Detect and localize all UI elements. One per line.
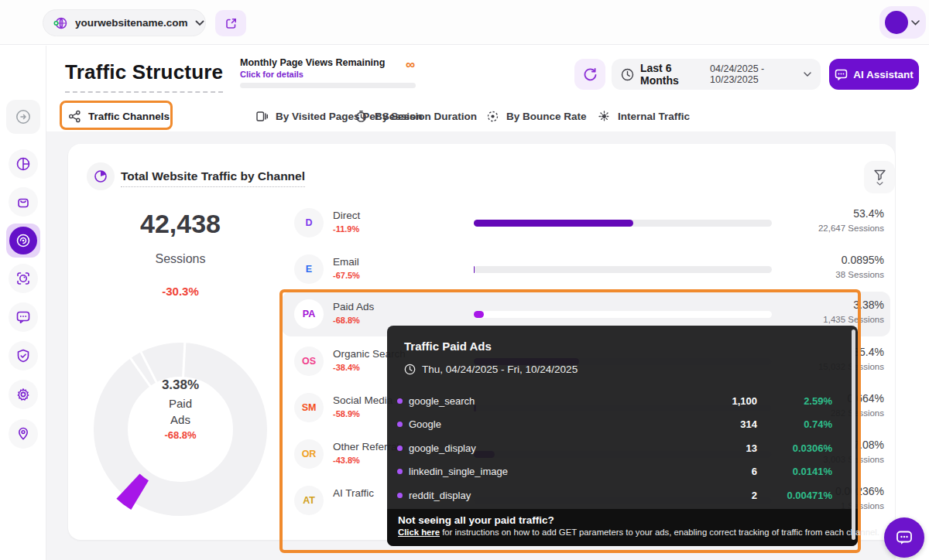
chevron-down-icon	[911, 20, 920, 26]
filter-button[interactable]	[864, 161, 895, 193]
click-here-link[interactable]: Click here	[398, 528, 440, 537]
tooltip-row-google_display: google_display130.0306%	[387, 436, 858, 459]
channel-change: -11.9%	[333, 224, 359, 234]
chevron-down-icon	[804, 72, 811, 77]
avatar	[885, 11, 908, 34]
total-sessions-change: -30.3%	[87, 285, 273, 298]
channel-row-email[interactable]: EEmail-67.5%0.0895%38 Sessions	[282, 247, 890, 292]
channel-change: -43.8%	[333, 456, 360, 465]
clock-icon	[404, 364, 416, 375]
donut-line1: Paid	[118, 395, 242, 412]
source-pct: 0.00471%	[787, 490, 832, 501]
bullet-icon	[397, 398, 403, 404]
location-pin-icon	[15, 426, 31, 442]
dashboard-pie-icon	[15, 156, 31, 172]
channel-badge: OR	[294, 439, 324, 469]
tooltip-row-linkedin_single_image: linkedin_single_image60.0141%	[387, 459, 858, 483]
refresh-button[interactable]	[574, 59, 605, 90]
sidebar-item-security-shield[interactable]	[9, 341, 38, 370]
date-range-selector[interactable]: Last 6 Months 04/24/2025 - 10/23/2025	[612, 59, 821, 90]
quota-label: Monthly Page Views Remaining	[240, 57, 385, 68]
channel-badge: E	[294, 254, 324, 284]
total-sessions-label: Sessions	[87, 252, 273, 266]
tooltip-date-text: Thu, 04/24/2025 - Fri, 10/24/2025	[422, 364, 578, 375]
source-sessions: 6	[752, 466, 757, 477]
tooltip-footer-rest: for instructions on how to add GET param…	[440, 528, 879, 537]
settings-gear-icon	[15, 387, 31, 402]
tab-internal-traffic[interactable]: Internal Traffic	[598, 101, 690, 131]
quota-details-link[interactable]: Click for details	[240, 70, 385, 79]
channel-row-direct[interactable]: DDirect-11.9%53.4%22,647 Sessions	[282, 200, 890, 245]
tooltip-row-google_search: google_search1,1002.59%	[387, 389, 858, 412]
sidebar-item-collapse-arrow[interactable]	[6, 100, 40, 134]
website-name: yourwebsitename.com	[75, 17, 188, 29]
channel-sessions: 22,647 Sessions	[818, 224, 884, 233]
channel-name: AI Traffic	[333, 487, 374, 499]
tab-traffic-channels[interactable]: Traffic Channels	[68, 101, 170, 131]
open-website-button[interactable]	[215, 10, 246, 36]
channel-sessions: 1,435 Sessions	[823, 315, 884, 324]
channel-change: -68.8%	[333, 316, 360, 325]
source-pct: 0.74%	[804, 418, 832, 430]
internal-icon	[598, 110, 611, 123]
quota-progress-bar	[240, 83, 416, 88]
tab-label: Traffic Channels	[88, 111, 170, 122]
sidebar-item-session-scan[interactable]	[9, 264, 38, 293]
channel-pct: 7.08%	[853, 439, 884, 451]
donut-pct: 3.38%	[118, 376, 242, 395]
website-selector[interactable]: yourwebsitename.com	[43, 9, 206, 36]
tab-by-session-duration[interactable]: By Session Duration	[355, 101, 477, 131]
tab-by-bounce-rate[interactable]: By Bounce Rate	[486, 101, 587, 131]
bullet-icon	[397, 422, 403, 427]
support-chat-button[interactable]	[884, 517, 924, 558]
period-label: Last 6 Months	[640, 62, 701, 87]
tooltip-footer-text: Click here for instructions on how to ad…	[398, 528, 847, 537]
source-sessions: 13	[746, 442, 757, 454]
topbar: yourwebsitename.com	[0, 0, 929, 45]
tooltip-row-google: Google3140.74%	[387, 412, 858, 435]
tooltip-scrollbar[interactable]	[852, 330, 855, 540]
ai-assistant-label: AI Assistant	[853, 69, 914, 80]
channel-change: -58.9%	[333, 409, 360, 418]
channel-badge: D	[294, 208, 324, 237]
store-bag-icon	[15, 194, 31, 210]
tooltip-row-reddit_display: reddit_display20.00471%	[387, 483, 858, 507]
tooltip-footer-title: Not seeing all your paid traffic?	[398, 514, 847, 526]
sidebar-item-feedback-chat[interactable]	[9, 302, 38, 332]
traffic-structure-page: yourwebsitename.com Traffic Structure Mo…	[0, 0, 929, 560]
sidebar-item-location-pin[interactable]	[9, 419, 38, 449]
bullet-icon	[397, 446, 403, 451]
funnel-icon	[873, 169, 886, 181]
channel-sessions: 38 Sessions	[835, 270, 884, 279]
chevron-down-icon	[876, 182, 883, 186]
channels-icon	[68, 110, 81, 123]
source-name: linkedin_single_image	[409, 466, 508, 477]
sidebar-item-traffic-radar[interactable]	[6, 224, 40, 258]
tab-label: Internal Traffic	[618, 111, 690, 122]
channel-name: Paid Ads	[333, 301, 374, 312]
channel-progress-bar	[474, 220, 772, 227]
chevron-down-icon	[195, 20, 204, 26]
ai-assistant-button[interactable]: AI Assistant	[829, 59, 919, 90]
session-scan-icon	[15, 271, 31, 286]
bounce-icon	[486, 110, 499, 123]
collapse-arrow-icon	[15, 108, 32, 125]
source-pct: 0.0141%	[793, 466, 832, 477]
tooltip-title: Traffic Paid Ads	[404, 340, 492, 353]
donut-center-label: 3.38% Paid Ads -68.8%	[118, 376, 242, 443]
sidebar-item-store-bag[interactable]	[9, 187, 38, 217]
traffic-radar-icon	[15, 233, 31, 248]
sidebar-item-settings-gear[interactable]	[9, 380, 38, 409]
channel-badge: PA	[294, 299, 324, 329]
source-name: reddit_display	[409, 490, 471, 501]
donut-chart-icon	[87, 162, 115, 190]
quota-infinity-value: ∞	[406, 57, 415, 73]
user-menu[interactable]	[879, 6, 926, 39]
source-pct: 2.59%	[804, 395, 832, 407]
channel-progress-bar	[474, 311, 772, 318]
channel-badge: SM	[294, 393, 324, 422]
sidebar-item-dashboard-pie[interactable]	[9, 149, 38, 179]
paid-ads-tooltip: Traffic Paid Ads Thu, 04/24/2025 - Fri, …	[387, 326, 858, 546]
channel-badge: OS	[294, 347, 324, 376]
source-name: google_search	[409, 395, 475, 407]
